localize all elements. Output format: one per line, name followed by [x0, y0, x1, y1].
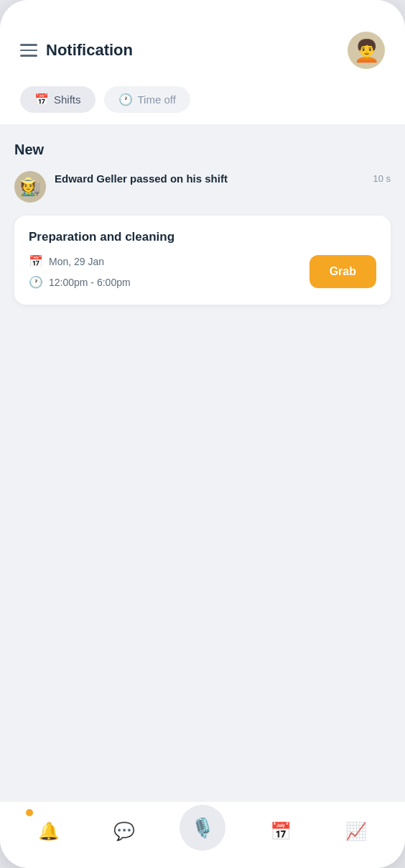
shift-card-title: Preparation and cleaning — [29, 230, 376, 244]
nav-item-bell[interactable]: 🔔 — [29, 818, 68, 844]
shift-card: Preparation and cleaning 📅 Mon, 29 Jan 🕐… — [14, 216, 391, 305]
shift-info: 📅 Mon, 29 Jan 🕐 12:00pm - 6:00pm — [29, 254, 131, 289]
avatar[interactable]: 🧑‍🦱 — [348, 32, 385, 69]
chat-icon: 💬 — [113, 821, 135, 841]
grab-button[interactable]: Grab — [309, 255, 376, 288]
page-title: Notification — [46, 41, 348, 60]
notif-text: Edward Geller passed on his shift — [55, 171, 364, 186]
shift-details: 📅 Mon, 29 Jan 🕐 12:00pm - 6:00pm Grab — [29, 254, 376, 289]
tab-shifts[interactable]: 📅 Shifts — [20, 86, 96, 113]
menu-button[interactable] — [20, 44, 37, 57]
phone-container: Notification 🧑‍🦱 📅 Shifts 🕐 Time off New… — [0, 0, 405, 868]
notif-time: 10 s — [373, 173, 391, 184]
nav-item-mic[interactable]: 🎙️ — [180, 805, 225, 851]
bottom-nav: 🔔 💬 🎙️ 📅 📈 — [0, 802, 405, 868]
shift-date-icon: 📅 — [29, 254, 43, 268]
shift-time-range: 12:00pm - 6:00pm — [49, 277, 131, 288]
nav-item-analytics[interactable]: 📈 — [337, 818, 376, 844]
shifts-tab-icon: 📅 — [34, 93, 49, 106]
shift-time-icon: 🕐 — [29, 275, 43, 289]
nav-items: 🔔 💬 🎙️ 📅 📈 — [0, 802, 405, 851]
mic-icon: 🎙️ — [191, 817, 214, 839]
bell-icon: 🔔 — [38, 821, 60, 841]
shift-time-row: 🕐 12:00pm - 6:00pm — [29, 275, 131, 289]
notif-content: Edward Geller passed on his shift 10 s — [55, 171, 391, 186]
notif-avatar: 🧑‍🌾 — [14, 171, 46, 203]
nav-item-chat[interactable]: 💬 — [105, 818, 144, 844]
nav-item-schedule[interactable]: 📅 — [261, 818, 300, 844]
analytics-icon: 📈 — [345, 821, 367, 841]
header: Notification 🧑‍🦱 — [0, 0, 405, 80]
tabs-container: 📅 Shifts 🕐 Time off — [0, 80, 405, 124]
shifts-tab-label: Shifts — [54, 93, 81, 106]
timeoff-tab-icon: 🕐 — [118, 93, 133, 106]
tab-timeoff[interactable]: 🕐 Time off — [104, 86, 190, 113]
section-new-label: New — [14, 142, 391, 158]
shift-date: Mon, 29 Jan — [49, 256, 104, 267]
timeoff-tab-label: Time off — [138, 93, 176, 106]
notification-item: 🧑‍🌾 Edward Geller passed on his shift 10… — [14, 171, 391, 213]
notification-dot — [26, 809, 33, 816]
schedule-icon: 📅 — [270, 821, 292, 841]
shift-date-row: 📅 Mon, 29 Jan — [29, 254, 131, 268]
main-content: New 🧑‍🌾 Edward Geller passed on his shif… — [0, 124, 405, 802]
